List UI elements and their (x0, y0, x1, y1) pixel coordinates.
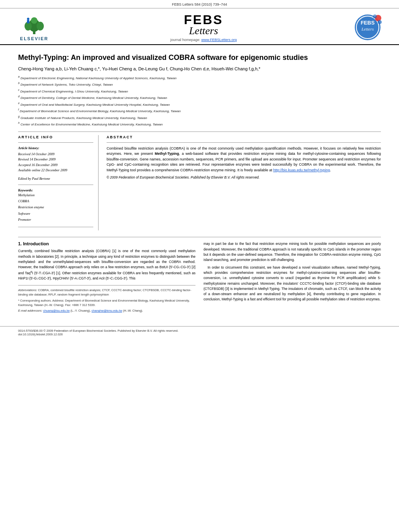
corresponding-text: * Corresponding authors. Address: Depart… (18, 298, 195, 308)
body-section: 1. Introduction Currently, combined bisu… (18, 237, 381, 314)
body-two-col: 1. Introduction Currently, combined bisu… (18, 241, 381, 314)
article-info-header: ARTICLE INFO (18, 135, 93, 139)
febs-circle-logo: FEBS Letters (351, 13, 387, 41)
elsevier-text: ELSEVIER (20, 36, 48, 41)
svg-point-4 (31, 17, 37, 24)
journal-info: FEBS Letters 584 (2010) 739–744 (172, 2, 227, 6)
divider-abstract (107, 142, 381, 143)
main-content: Methyl-Typing: An improved and visualize… (0, 45, 399, 322)
authors: Cheng-Hong Yang a,b, Li-Yeh Chuang c,*, … (18, 66, 381, 72)
affiliation-a: a Department of Electronic Engineering, … (18, 75, 381, 81)
received-date: Received 14 October 2009 (18, 152, 93, 157)
bottom-bar: 0014-5793/$36.00 © 2009 Federation of Eu… (0, 326, 399, 339)
available-date: Available online 22 December 2009 (18, 168, 93, 173)
right-column: ABSTRACT Combined bisulfite restriction … (107, 135, 381, 231)
elsevier-logo: ELSEVIER (12, 13, 56, 41)
affiliation-g: g Graduate Institute of Natural Products… (18, 115, 381, 121)
article-history-label: Article history: (18, 146, 93, 150)
footnote-area: Abbreviations: COBRA, combined bisulfite… (18, 285, 195, 313)
header-logos: ELSEVIER FEBS Letters journal homepage: … (0, 8, 399, 45)
keyword-2: COBRA (18, 198, 93, 204)
email-link-2[interactable]: changhw@kmu.edu.tw (92, 309, 122, 312)
keywords-list: Methylation COBRA Restriction enzyme Sof… (18, 192, 93, 223)
accepted-date: Accepted 16 December 2009 (18, 162, 93, 168)
email-text: E-mail addresses: chuang@isu.edu.tw (L.-… (18, 308, 195, 313)
authors-text: Cheng-Hong Yang a,b, Li-Yeh Chuang c,*, … (18, 66, 260, 71)
footnote-text: Abbreviations: COBRA, combined bisulfite… (18, 288, 195, 313)
abstract-link[interactable]: http://bio.kuas.edu.tw/methyl-typing (273, 168, 330, 172)
abstract-text: Combined bisulfite restriction analysis … (107, 146, 381, 173)
center-logo: FEBS Letters journal homepage: www.FEBSL… (170, 12, 237, 42)
page-wrapper: FEBS Letters 584 (2010) 739–744 ELSEVIER… (0, 0, 399, 532)
affiliation-c: c Department of Chemical Engineering, I-… (18, 88, 381, 94)
journal-homepage-label: journal homepage: www.FEBSLetters.org (170, 38, 237, 42)
svg-rect-6 (27, 20, 29, 23)
keyword-3: Restriction enzyme (18, 204, 93, 210)
body-left: 1. Introduction Currently, combined bisu… (18, 241, 195, 314)
svg-point-5 (27, 18, 29, 20)
affiliation-e: e Department of Oral and Maxillofacial S… (18, 101, 381, 107)
svg-point-3 (37, 22, 44, 31)
keyword-5: Promoter (18, 217, 93, 223)
febs-circle-icon: FEBS Letters (351, 13, 385, 41)
keywords-label: Keywords: (18, 188, 93, 192)
abbreviations-text: Abbreviations: COBRA, combined bisulfite… (18, 288, 195, 297)
divider-info (18, 142, 93, 143)
divider-keywords (18, 185, 93, 185)
top-bar: FEBS Letters 584 (2010) 739–744 (0, 0, 399, 8)
keyword-4: Software (18, 211, 93, 217)
affiliations: a Department of Electronic Engineering, … (18, 75, 381, 127)
body-text-left: Currently, combined bisulfite restrictio… (18, 249, 195, 281)
affiliation-f: f Department of Biomedical Science and E… (18, 108, 381, 114)
article-history-dates: Received 14 October 2009 Revised 14 Dece… (18, 152, 93, 173)
elsevier-tree-icon (20, 13, 48, 35)
divider-1 (18, 131, 381, 132)
svg-point-12 (378, 20, 382, 24)
affiliation-d: d Department of Dentistry, College of De… (18, 94, 381, 101)
svg-point-13 (373, 14, 377, 18)
keyword-1: Methylation (18, 192, 93, 198)
abstract-header: ABSTRACT (107, 135, 381, 139)
divider-bottom-left (18, 227, 93, 227)
body-text-right: may in part be due to the fact that rest… (204, 241, 381, 302)
svg-text:Letters: Letters (361, 27, 374, 31)
copyright-line: © 2009 Federation of European Biochemica… (107, 175, 381, 179)
left-column: ARTICLE INFO Article history: Received 1… (18, 135, 99, 231)
bottom-doi-text: 0014-5793/$36.00 © 2009 Federation of Eu… (18, 329, 178, 333)
doi-text: doi:10.1016/j.febslet.2009.12.026 (18, 333, 63, 336)
body-right: may in part be due to the fact that rest… (204, 241, 381, 314)
svg-text:FEBS: FEBS (361, 20, 375, 26)
article-title: Methyl-Typing: An improved and visualize… (18, 53, 381, 62)
edited-by: Edited by Paul Bertone (18, 177, 93, 181)
journal-url[interactable]: www.FEBSLetters.org (202, 38, 237, 42)
letters-italic-text: Letters (189, 25, 218, 37)
affiliation-b: b Department of Network Systems, Toko Un… (18, 81, 381, 87)
revised-date: Revised 14 December 2009 (18, 157, 93, 162)
affiliation-h: h Center of Excellence for Environmental… (18, 121, 381, 127)
email-link-1[interactable]: chuang@isu.edu.tw (43, 309, 70, 312)
article-info-abstract: ARTICLE INFO Article history: Received 1… (18, 135, 381, 231)
section1-title: 1. Introduction (18, 241, 195, 246)
keywords-section: Keywords: Methylation COBRA Restriction … (18, 188, 93, 223)
